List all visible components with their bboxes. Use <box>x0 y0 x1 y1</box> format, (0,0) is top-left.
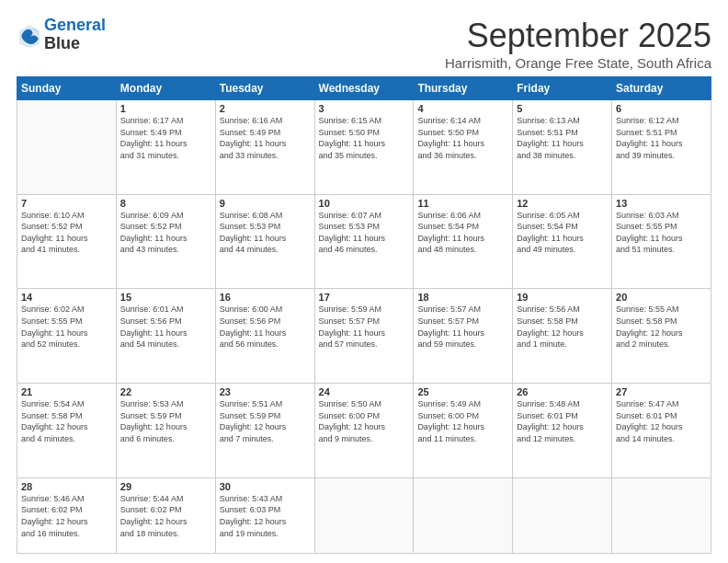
col-friday: Friday <box>513 77 612 100</box>
table-row: 11Sunrise: 6:06 AM Sunset: 5:54 PM Dayli… <box>414 194 513 289</box>
table-row: 6Sunrise: 6:12 AM Sunset: 5:51 PM Daylig… <box>612 100 711 195</box>
col-thursday: Thursday <box>414 77 513 100</box>
day-info: Sunrise: 6:03 AM Sunset: 5:55 PM Dayligh… <box>616 210 707 256</box>
day-number: 1 <box>120 103 211 114</box>
col-monday: Monday <box>116 77 215 100</box>
day-number: 16 <box>220 292 311 303</box>
table-row: 22Sunrise: 5:53 AM Sunset: 5:59 PM Dayli… <box>116 384 215 478</box>
col-saturday: Saturday <box>612 77 711 100</box>
table-row: 29Sunrise: 5:44 AM Sunset: 6:02 PM Dayli… <box>116 477 215 553</box>
title-area: September 2025 Harrismith, Orange Free S… <box>445 17 711 71</box>
day-info: Sunrise: 5:43 AM Sunset: 6:03 PM Dayligh… <box>220 493 311 539</box>
table-row: 21Sunrise: 5:54 AM Sunset: 5:58 PM Dayli… <box>17 384 117 478</box>
day-number: 15 <box>120 292 211 303</box>
day-info: Sunrise: 5:46 AM Sunset: 6:02 PM Dayligh… <box>21 493 112 539</box>
day-number: 28 <box>21 481 112 492</box>
day-info: Sunrise: 5:49 AM Sunset: 6:00 PM Dayligh… <box>417 398 508 444</box>
week-row-2: 7Sunrise: 6:10 AM Sunset: 5:52 PM Daylig… <box>17 194 711 289</box>
day-info: Sunrise: 5:56 AM Sunset: 5:58 PM Dayligh… <box>517 304 608 350</box>
table-row: 25Sunrise: 5:49 AM Sunset: 6:00 PM Dayli… <box>414 384 513 478</box>
day-info: Sunrise: 5:51 AM Sunset: 5:59 PM Dayligh… <box>220 398 311 444</box>
table-row <box>17 100 117 195</box>
day-info: Sunrise: 6:14 AM Sunset: 5:50 PM Dayligh… <box>417 115 508 161</box>
day-info: Sunrise: 5:59 AM Sunset: 5:57 PM Dayligh… <box>319 304 410 350</box>
day-number: 3 <box>319 103 410 114</box>
week-row-3: 14Sunrise: 6:02 AM Sunset: 5:55 PM Dayli… <box>17 289 711 384</box>
day-info: Sunrise: 6:06 AM Sunset: 5:54 PM Dayligh… <box>417 210 508 256</box>
subtitle: Harrismith, Orange Free State, South Afr… <box>445 55 711 71</box>
col-sunday: Sunday <box>17 77 117 100</box>
table-row: 28Sunrise: 5:46 AM Sunset: 6:02 PM Dayli… <box>17 477 117 553</box>
day-number: 9 <box>220 198 311 209</box>
table-row: 10Sunrise: 6:07 AM Sunset: 5:53 PM Dayli… <box>314 194 414 289</box>
table-row: 19Sunrise: 5:56 AM Sunset: 5:58 PM Dayli… <box>513 289 612 384</box>
table-row: 12Sunrise: 6:05 AM Sunset: 5:54 PM Dayli… <box>513 194 612 289</box>
day-number: 24 <box>319 386 410 397</box>
week-row-5: 28Sunrise: 5:46 AM Sunset: 6:02 PM Dayli… <box>17 477 711 553</box>
logo-text: General Blue <box>44 17 106 53</box>
day-info: Sunrise: 5:48 AM Sunset: 6:01 PM Dayligh… <box>517 398 608 444</box>
table-row: 9Sunrise: 6:08 AM Sunset: 5:53 PM Daylig… <box>215 194 314 289</box>
day-info: Sunrise: 6:08 AM Sunset: 5:53 PM Dayligh… <box>220 210 311 256</box>
day-number: 11 <box>417 198 508 209</box>
day-info: Sunrise: 5:44 AM Sunset: 6:02 PM Dayligh… <box>120 493 211 539</box>
logo-icon <box>17 22 42 48</box>
day-number: 5 <box>517 103 608 114</box>
day-number: 10 <box>319 198 410 209</box>
day-info: Sunrise: 6:05 AM Sunset: 5:54 PM Dayligh… <box>517 210 608 256</box>
day-number: 7 <box>21 198 112 209</box>
table-row <box>612 477 711 553</box>
day-info: Sunrise: 6:10 AM Sunset: 5:52 PM Dayligh… <box>21 210 112 256</box>
month-title: September 2025 <box>445 17 711 55</box>
day-info: Sunrise: 5:53 AM Sunset: 5:59 PM Dayligh… <box>120 398 211 444</box>
calendar: Sunday Monday Tuesday Wednesday Thursday… <box>17 76 711 554</box>
day-number: 22 <box>120 386 211 397</box>
table-row: 3Sunrise: 6:15 AM Sunset: 5:50 PM Daylig… <box>314 100 414 195</box>
col-wednesday: Wednesday <box>314 77 414 100</box>
day-number: 2 <box>220 103 311 114</box>
table-row: 2Sunrise: 6:16 AM Sunset: 5:49 PM Daylig… <box>215 100 314 195</box>
table-row <box>414 477 513 553</box>
day-number: 4 <box>417 103 508 114</box>
week-row-4: 21Sunrise: 5:54 AM Sunset: 5:58 PM Dayli… <box>17 384 711 478</box>
day-info: Sunrise: 6:02 AM Sunset: 5:55 PM Dayligh… <box>21 304 112 350</box>
day-number: 8 <box>120 198 211 209</box>
day-info: Sunrise: 6:12 AM Sunset: 5:51 PM Dayligh… <box>616 115 707 161</box>
table-row: 23Sunrise: 5:51 AM Sunset: 5:59 PM Dayli… <box>215 384 314 478</box>
day-number: 27 <box>616 386 707 397</box>
day-info: Sunrise: 5:50 AM Sunset: 6:00 PM Dayligh… <box>319 398 410 444</box>
table-row: 14Sunrise: 6:02 AM Sunset: 5:55 PM Dayli… <box>17 289 117 384</box>
day-info: Sunrise: 6:09 AM Sunset: 5:52 PM Dayligh… <box>120 210 211 256</box>
day-info: Sunrise: 6:07 AM Sunset: 5:53 PM Dayligh… <box>319 210 410 256</box>
table-row: 7Sunrise: 6:10 AM Sunset: 5:52 PM Daylig… <box>17 194 117 289</box>
table-row <box>513 477 612 553</box>
table-row: 27Sunrise: 5:47 AM Sunset: 6:01 PM Dayli… <box>612 384 711 478</box>
table-row: 13Sunrise: 6:03 AM Sunset: 5:55 PM Dayli… <box>612 194 711 289</box>
day-info: Sunrise: 6:01 AM Sunset: 5:56 PM Dayligh… <box>120 304 211 350</box>
day-info: Sunrise: 6:00 AM Sunset: 5:56 PM Dayligh… <box>220 304 311 350</box>
day-info: Sunrise: 5:47 AM Sunset: 6:01 PM Dayligh… <box>616 398 707 444</box>
day-number: 25 <box>417 386 508 397</box>
day-number: 6 <box>616 103 707 114</box>
table-row: 5Sunrise: 6:13 AM Sunset: 5:51 PM Daylig… <box>513 100 612 195</box>
week-row-1: 1Sunrise: 6:17 AM Sunset: 5:49 PM Daylig… <box>17 100 711 195</box>
day-number: 20 <box>616 292 707 303</box>
day-number: 13 <box>616 198 707 209</box>
day-number: 17 <box>319 292 410 303</box>
day-info: Sunrise: 5:54 AM Sunset: 5:58 PM Dayligh… <box>21 398 112 444</box>
table-row: 17Sunrise: 5:59 AM Sunset: 5:57 PM Dayli… <box>314 289 414 384</box>
table-row: 1Sunrise: 6:17 AM Sunset: 5:49 PM Daylig… <box>116 100 215 195</box>
table-row: 4Sunrise: 6:14 AM Sunset: 5:50 PM Daylig… <box>414 100 513 195</box>
day-number: 23 <box>220 386 311 397</box>
logo: General Blue <box>17 17 106 53</box>
day-info: Sunrise: 6:17 AM Sunset: 5:49 PM Dayligh… <box>120 115 211 161</box>
table-row: 26Sunrise: 5:48 AM Sunset: 6:01 PM Dayli… <box>513 384 612 478</box>
day-number: 21 <box>21 386 112 397</box>
col-tuesday: Tuesday <box>215 77 314 100</box>
table-row: 24Sunrise: 5:50 AM Sunset: 6:00 PM Dayli… <box>314 384 414 478</box>
day-number: 14 <box>21 292 112 303</box>
table-row: 30Sunrise: 5:43 AM Sunset: 6:03 PM Dayli… <box>215 477 314 553</box>
table-row: 18Sunrise: 5:57 AM Sunset: 5:57 PM Dayli… <box>414 289 513 384</box>
day-info: Sunrise: 6:13 AM Sunset: 5:51 PM Dayligh… <box>517 115 608 161</box>
table-row: 15Sunrise: 6:01 AM Sunset: 5:56 PM Dayli… <box>116 289 215 384</box>
